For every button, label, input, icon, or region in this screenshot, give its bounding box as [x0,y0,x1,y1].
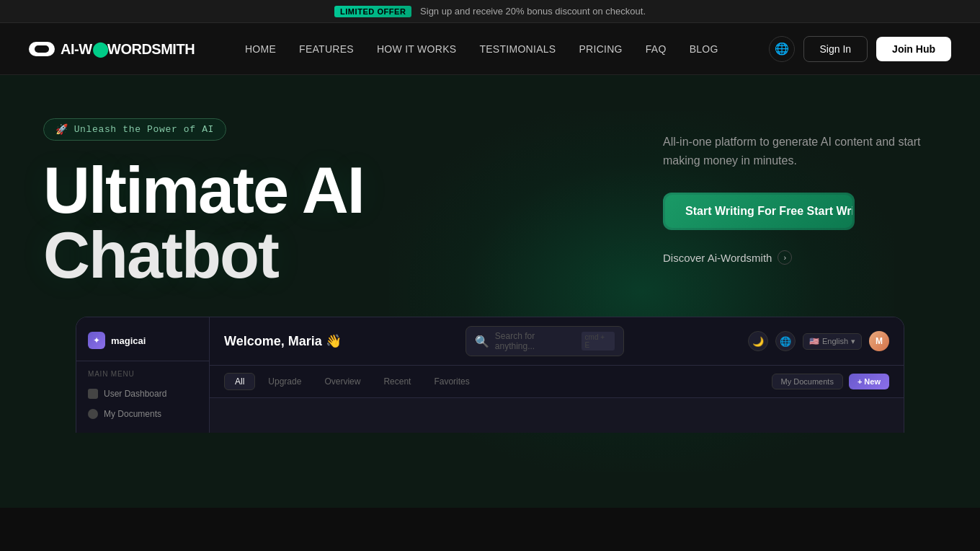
cta-button-inner: Start Writing For Free Start Writing For… [665,195,852,228]
nav-logo: AI-W⬤WORDSMITH [29,40,195,58]
dash-logo: ✦ magicai [76,329,209,361]
tab-favorites[interactable]: Favorites [424,374,479,389]
hero-title: Ultimate AI Chatbot [43,158,364,288]
tab-recent[interactable]: Recent [373,374,421,389]
dash-tab-actions: My Documents + New [772,374,889,389]
nav-item-blog[interactable]: BLOG [690,43,718,56]
lang-chevron-icon: ▾ [851,337,855,346]
limited-offer-badge: LIMITED OFFER [334,6,411,17]
hero-description: All-in-one platform to generate AI conte… [663,133,937,169]
my-documents-button[interactable]: My Documents [772,374,843,389]
dashboard-inner: ✦ magicai MAIN MENU User Dashboard My Do… [76,317,904,433]
nav-item-how-it-works[interactable]: HOW IT WORKS [377,43,456,56]
dash-menu-label: MAIN MENU [76,370,209,384]
dash-search-box[interactable]: 🔍 Search for anything... cmd + E [466,326,624,356]
rocket-icon: 🚀 [55,123,68,136]
nav-item-pricing[interactable]: PRICING [579,43,622,56]
tab-overview[interactable]: Overview [314,374,370,389]
dash-logo-icon: ✦ [88,332,105,349]
dash-logo-text: magicai [111,335,146,346]
flag-icon: 🇺🇸 [809,337,819,346]
dash-header: Welcome, Maria 👋 🔍 Search for anything..… [210,317,904,366]
dashboard-main: Welcome, Maria 👋 🔍 Search for anything..… [210,317,904,433]
hero-content: 🚀 Unleash the Power of AI Ultimate AI Ch… [43,118,937,288]
chevron-right-icon: › [778,250,792,265]
logo-icon-inner [35,45,49,53]
hero-left: 🚀 Unleash the Power of AI Ultimate AI Ch… [43,118,364,288]
dash-welcome-text: Welcome, Maria 👋 [224,333,342,349]
dashboard-sidebar: ✦ magicai MAIN MENU User Dashboard My Do… [76,317,210,433]
join-hub-button[interactable]: Join Hub [876,37,951,61]
logo-icon [29,42,55,56]
new-document-button[interactable]: + New [849,374,889,389]
dashboard-preview: ✦ magicai MAIN MENU User Dashboard My Do… [76,317,904,433]
hero-section: 🚀 Unleash the Power of AI Ultimate AI Ch… [0,75,980,508]
sidebar-item-my-documents[interactable]: My Documents [76,404,209,424]
globe-icon: 🌐 [775,42,789,56]
search-icon: 🔍 [475,335,489,348]
sidebar-item-my-documents-label: My Documents [104,409,161,419]
nav-actions: 🌐 Sign In Join Hub [769,36,951,62]
tab-upgrade[interactable]: Upgrade [258,374,311,389]
nav-links: HOME FEATURES HOW IT WORKS TESTIMONIALS … [245,43,718,56]
banner-message: Sign up and receive 20% bonus discount o… [420,6,646,17]
moon-icon-button[interactable]: 🌙 [748,331,768,351]
lang-label: English [822,337,848,345]
nav-item-testimonials[interactable]: TESTIMONIALS [479,43,556,56]
navbar: AI-W⬤WORDSMITH HOME FEATURES HOW IT WORK… [0,23,980,75]
cta-marquee-text: Start Writing For Free Start Writing For… [685,205,852,218]
top-banner: LIMITED OFFER Sign up and receive 20% bo… [0,0,980,23]
my-documents-icon [88,409,98,419]
dash-header-actions: 🌙 🌐 🇺🇸 English ▾ M [748,331,889,351]
language-button[interactable]: 🌐 [769,36,795,62]
discover-text: Discover Ai-Wordsmith [663,252,772,264]
globe-icon-button[interactable]: 🌐 [775,331,796,351]
language-selector[interactable]: 🇺🇸 English ▾ [803,333,862,350]
nav-item-home[interactable]: HOME [245,43,276,56]
sidebar-item-user-dashboard[interactable]: User Dashboard [76,384,209,404]
dash-tabs: All Upgrade Overview Recent Favorites My… [210,366,904,398]
cta-button-wrapper[interactable]: Start Writing For Free Start Writing For… [663,193,855,230]
logo-text: AI-W⬤WORDSMITH [61,40,195,58]
sidebar-item-user-dashboard-label: User Dashboard [104,389,166,399]
hero-badge: 🚀 Unleash the Power of AI [43,118,226,141]
tab-all[interactable]: All [224,373,255,390]
sign-in-button[interactable]: Sign In [803,36,868,62]
hero-right: All-in-one platform to generate AI conte… [663,118,937,265]
dash-search-shortcut: cmd + E [582,332,615,351]
nav-item-faq[interactable]: FAQ [646,43,667,56]
nav-item-features[interactable]: FEATURES [299,43,354,56]
dash-search-placeholder: Search for anything... [495,331,576,351]
user-dashboard-icon [88,389,98,399]
user-avatar: M [869,331,889,351]
discover-link[interactable]: Discover Ai-Wordsmith › [663,250,937,265]
